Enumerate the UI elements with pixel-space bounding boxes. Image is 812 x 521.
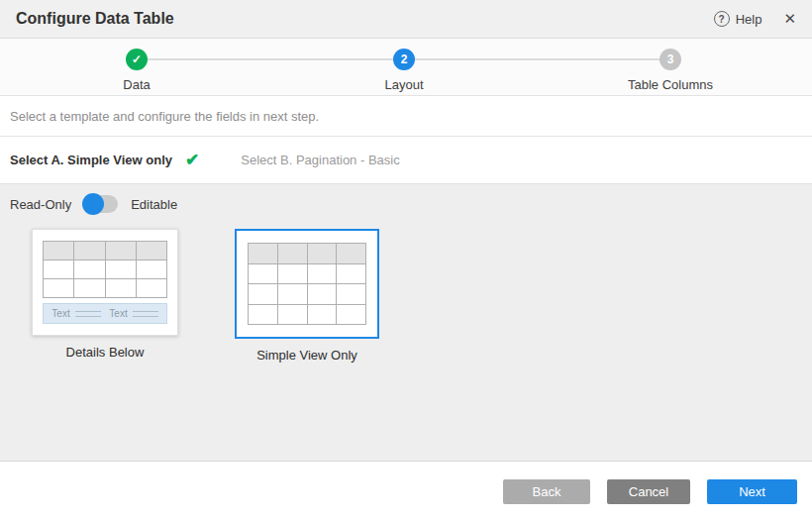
preview-row <box>249 304 365 325</box>
question-circle-icon: ? <box>714 11 730 27</box>
detail-strip: TextText <box>43 303 167 324</box>
preview-cell <box>336 284 365 304</box>
preview-cell <box>249 264 277 284</box>
preview-cell <box>249 305 277 325</box>
read-only-label: Read-Only <box>10 197 71 212</box>
title-bar: Configure Data Table ? Help ✕ <box>0 0 812 39</box>
preview-cell <box>105 242 136 260</box>
detail-field-label: Text <box>51 308 69 319</box>
footer-actions: Back Cancel Next <box>0 462 812 521</box>
template-selection-row: Select A. Simple View only ✔ Select B. P… <box>0 137 812 183</box>
instruction-row: Select a template and configure the fiel… <box>0 96 812 137</box>
detail-field-label: Text <box>109 308 127 319</box>
detail-field: Text <box>51 308 100 319</box>
toggle-knob <box>82 193 104 215</box>
preview-row <box>44 260 166 278</box>
preview-cell <box>307 305 337 325</box>
stepper: ✓ Data 2 Layout 3 Table Columns <box>0 39 812 96</box>
preview-cell <box>307 244 337 263</box>
step-label: Table Columns <box>628 77 713 92</box>
back-button[interactable]: Back <box>503 479 590 504</box>
step-layout[interactable]: 2 Layout <box>330 49 478 92</box>
page-title: Configure Data Table <box>16 10 174 28</box>
preview-table <box>43 241 167 298</box>
option-simple-view-only[interactable]: Select A. Simple View only <box>10 153 172 167</box>
template-card-details-below[interactable]: TextText <box>32 229 178 336</box>
preview-cell <box>136 260 166 278</box>
step-table-columns[interactable]: 3 Table Columns <box>596 49 745 92</box>
preview-cell <box>307 264 337 284</box>
cancel-button[interactable]: Cancel <box>607 479 690 504</box>
preview-cell <box>73 279 104 297</box>
step-label: Layout <box>384 77 423 92</box>
preview-cell <box>277 244 307 263</box>
detail-field-lines <box>75 311 101 317</box>
preview-header-row <box>249 244 365 263</box>
mode-toggle-row: Read-Only Editable <box>10 195 177 213</box>
titlebar-actions: ? Help ✕ <box>714 10 796 28</box>
step-number-badge: 2 <box>393 49 415 70</box>
preview-header-row <box>44 242 166 260</box>
preview-cell <box>136 242 166 260</box>
preview-cell <box>249 284 277 304</box>
preview-cell <box>136 279 166 297</box>
template-card-details-below-wrap: TextText Details Below <box>32 229 178 360</box>
preview-cell <box>336 244 365 263</box>
template-card-label: Simple View Only <box>235 348 379 363</box>
preview-row <box>249 283 365 304</box>
close-icon[interactable]: ✕ <box>783 10 796 28</box>
preview-cell <box>277 305 307 325</box>
step-number-badge: 3 <box>660 49 681 70</box>
read-only-editable-toggle[interactable] <box>83 195 118 213</box>
preview-row <box>44 278 166 297</box>
preview-cell <box>44 260 73 278</box>
preview-cell <box>336 264 365 284</box>
preview-cell <box>44 279 73 297</box>
selected-check-icon: ✔ <box>185 152 199 168</box>
preview-cell <box>44 242 73 260</box>
template-card-simple-view-wrap: Simple View Only <box>235 229 379 363</box>
step-complete-check-icon: ✓ <box>126 49 148 70</box>
preview-row <box>249 263 365 284</box>
next-button[interactable]: Next <box>707 479 797 504</box>
template-card-simple-view-only[interactable] <box>235 229 379 339</box>
help-button[interactable]: ? Help <box>714 11 762 27</box>
preview-table <box>248 243 366 325</box>
step-data[interactable]: ✓ Data <box>62 49 211 92</box>
preview-cell <box>249 244 277 263</box>
help-label: Help <box>736 12 762 27</box>
template-card-label: Details Below <box>32 345 178 360</box>
preview-cell <box>277 264 307 284</box>
preview-cell <box>277 284 307 304</box>
template-area: Read-Only Editable TextText Details Belo… <box>0 183 812 462</box>
step-label: Data <box>123 77 150 92</box>
preview-cell <box>105 260 136 278</box>
preview-cell <box>336 305 365 325</box>
preview-cell <box>73 260 104 278</box>
editable-label: Editable <box>131 197 177 212</box>
detail-field-lines <box>133 311 158 317</box>
preview-cell <box>73 242 104 260</box>
preview-cell <box>105 279 136 297</box>
option-pagination-basic[interactable]: Select B. Pagination - Basic <box>241 153 399 167</box>
detail-field: Text <box>109 308 157 319</box>
preview-cell <box>307 284 337 304</box>
instruction-text: Select a template and configure the fiel… <box>10 109 319 124</box>
